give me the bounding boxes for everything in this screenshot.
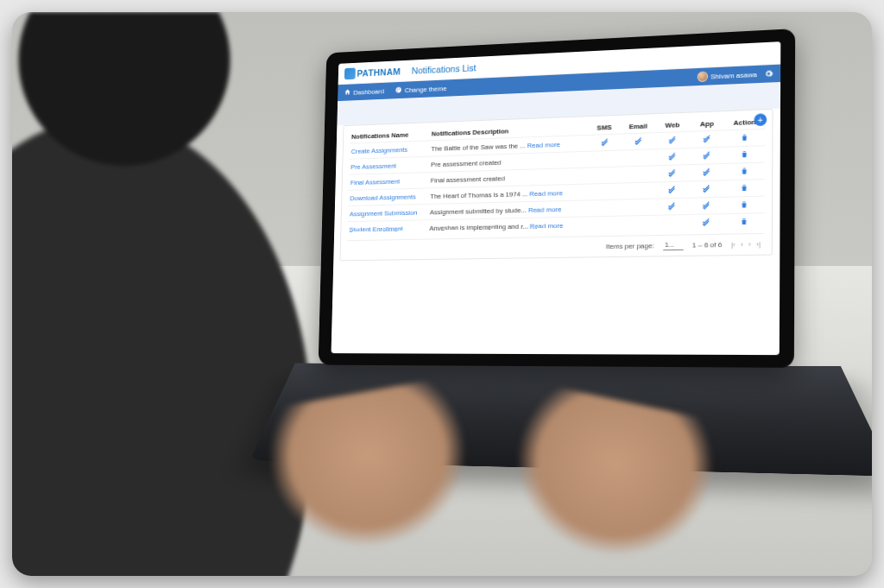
channel-cell <box>620 199 654 216</box>
read-more-link[interactable]: Read more <box>530 221 564 230</box>
notification-description: The Battle of the Saw was the ... <box>431 142 525 152</box>
nav-user[interactable]: Shivam asawa <box>698 69 757 82</box>
delete-button[interactable] <box>740 184 748 193</box>
pagination: Items per page: 1... 1 – 6 of 6 |‹ ‹ › ›… <box>347 233 765 256</box>
notification-description: The Heart of Thomas is a 1974 ... <box>430 190 527 200</box>
channel-cell <box>654 198 689 215</box>
channel-cell <box>689 197 724 214</box>
channel-cell <box>689 147 724 165</box>
photo-frame: PATHNAM Notifications List Dashboard <box>12 12 872 576</box>
nav-dashboard-label: Dashboard <box>353 87 384 96</box>
nav-right: Shivam asawa <box>698 68 774 82</box>
avatar <box>698 72 708 83</box>
brand-logo-icon <box>344 67 356 79</box>
notifications-table: Notifications Name Notifications Descrip… <box>347 115 765 237</box>
nav-change-theme[interactable]: Change theme <box>395 84 447 95</box>
channel-cell <box>587 150 621 168</box>
th-sms: SMS <box>588 121 622 136</box>
check-icon <box>703 136 711 144</box>
channel-cell <box>654 214 689 231</box>
channel-cell <box>621 166 655 183</box>
channel-cell <box>620 215 654 231</box>
check-icon <box>667 170 676 179</box>
delete-button[interactable] <box>741 134 748 143</box>
channel-cell <box>621 133 655 150</box>
first-page-icon[interactable]: |‹ <box>731 241 736 249</box>
notification-name-link[interactable]: Create Assignments <box>351 146 408 155</box>
notification-name-link[interactable]: Assignment Submission <box>350 208 418 217</box>
channel-cell <box>654 181 689 199</box>
svg-point-0 <box>396 86 401 92</box>
check-icon <box>667 203 676 212</box>
brand-logo[interactable]: PATHNAM <box>344 65 401 79</box>
delete-button[interactable] <box>740 201 748 210</box>
pagination-controls: |‹ ‹ › ›| <box>731 240 761 249</box>
channel-cell <box>587 167 621 184</box>
check-icon <box>702 219 710 228</box>
gear-icon[interactable] <box>764 69 774 79</box>
plus-icon: + <box>758 115 763 124</box>
notifications-card: + Notifications Name Noti <box>340 109 774 261</box>
nav-change-theme-label: Change theme <box>405 85 447 94</box>
nav-left: Dashboard Change theme <box>344 84 446 98</box>
check-icon <box>634 138 642 147</box>
channel-cell <box>621 149 655 167</box>
delete-button[interactable] <box>741 150 748 159</box>
app-root: PATHNAM Notifications List Dashboard <box>332 41 781 355</box>
delete-button[interactable] <box>740 168 748 176</box>
notification-name-link[interactable]: Pre Assessment <box>350 161 396 170</box>
check-icon <box>668 136 677 145</box>
channel-cell <box>654 165 689 182</box>
channel-cell <box>689 164 724 181</box>
check-icon <box>702 202 710 211</box>
check-icon <box>667 154 676 162</box>
notification-description: Pre assessment created <box>431 158 502 168</box>
notification-description: Assignment submitted by stude... <box>430 206 527 216</box>
items-per-page-label: Items per page: <box>606 242 654 250</box>
items-per-page-value: 1... <box>665 241 674 249</box>
notification-name-link[interactable]: Final Assessment <box>350 177 401 186</box>
nav-dashboard[interactable]: Dashboard <box>344 86 384 97</box>
delete-button[interactable] <box>740 218 748 226</box>
last-page-icon[interactable]: ›| <box>756 240 761 248</box>
page-title: Notifications List <box>412 62 477 75</box>
check-icon <box>702 186 710 194</box>
next-page-icon[interactable]: › <box>748 240 751 248</box>
check-icon <box>600 139 609 148</box>
th-app: App <box>690 117 724 131</box>
read-more-link[interactable]: Read more <box>527 141 560 149</box>
pagination-range: 1 – 6 of 6 <box>692 241 723 250</box>
channel-cell <box>655 131 690 149</box>
notification-description: Anveshan is implementing and r... <box>429 222 527 231</box>
channel-cell <box>587 134 621 151</box>
notification-description: Final assessment created <box>431 174 505 184</box>
channel-cell <box>621 182 655 199</box>
notification-name-link[interactable]: Download Assignments <box>350 193 415 202</box>
laptop-screen: PATHNAM Notifications List Dashboard <box>332 41 781 355</box>
channel-cell <box>689 214 724 231</box>
home-icon <box>344 88 350 98</box>
check-icon <box>702 169 710 178</box>
th-email: Email <box>621 119 655 134</box>
channel-cell <box>655 148 690 165</box>
read-more-link[interactable]: Read more <box>529 189 563 198</box>
channel-cell <box>586 199 620 217</box>
laptop-bezel: PATHNAM Notifications List Dashboard <box>319 28 795 368</box>
channel-cell <box>587 183 621 200</box>
channel-cell <box>689 180 724 198</box>
items-per-page-select[interactable]: 1... <box>663 241 684 251</box>
th-web: Web <box>655 118 690 133</box>
read-more-link[interactable]: Read more <box>528 205 562 214</box>
notification-name-link[interactable]: Student Enrollment <box>349 224 403 233</box>
palette-icon <box>395 85 402 95</box>
check-icon <box>702 152 710 161</box>
nav-username: Shivam asawa <box>710 70 757 79</box>
channel-cell <box>586 216 620 232</box>
brand-logo-text: PATHNAM <box>357 66 401 78</box>
channel-cell <box>690 130 725 149</box>
check-icon <box>667 187 676 195</box>
prev-page-icon[interactable]: ‹ <box>741 241 743 249</box>
